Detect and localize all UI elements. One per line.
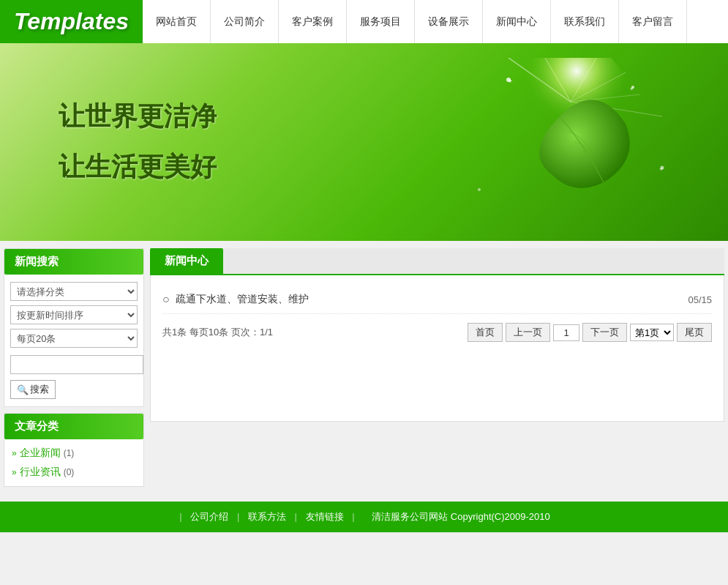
sidebar: 新闻搜索 请选择分类 按更新时间排序 每页20条 🔍 搜索	[4, 248, 144, 487]
footer-copyright: 清洁服务公司网站 Copyright(C)2009-2010	[372, 511, 549, 522]
search-btn-label: 搜索	[30, 383, 49, 396]
pagination-controls: 首页 上一页 1 下一页 第1页 尾页	[468, 323, 712, 342]
search-input-row	[10, 355, 138, 374]
nav-item-cases[interactable]: 客户案例	[279, 0, 347, 43]
category-label-enterprise: 企业新闻	[20, 447, 61, 460]
svg-text:✦: ✦	[658, 165, 664, 173]
article-category-title: 文章分类	[4, 414, 143, 439]
last-page-btn[interactable]: 尾页	[677, 323, 712, 342]
category-item-enterprise[interactable]: » 企业新闻 (1)	[12, 447, 136, 460]
footer-link-contact[interactable]: 联系方法	[248, 511, 286, 522]
category-count-industry: (0)	[64, 467, 75, 477]
sort-select[interactable]: 按更新时间排序	[10, 305, 138, 324]
nav-item-services[interactable]: 服务项目	[347, 0, 415, 43]
banner: 让世界更洁净 让生活更美好	[0, 43, 728, 241]
svg-text:✦: ✦	[507, 77, 513, 85]
footer-sep-1: |	[237, 511, 239, 522]
banner-decoration: ✦ ✦ ✦	[362, 43, 728, 241]
next-page-btn[interactable]: 下一页	[582, 323, 627, 342]
news-item-0: ○ 疏通下水道、管道安装、维护 05/15	[162, 286, 712, 314]
prev-page-btn[interactable]: 上一页	[506, 323, 550, 342]
category-label-industry: 行业资讯	[20, 466, 61, 479]
content-header: 新闻中心	[150, 248, 724, 275]
category-item-industry[interactable]: » 行业资讯 (0)	[12, 466, 136, 479]
nav-item-about[interactable]: 公司简介	[211, 0, 279, 43]
article-category-box: 文章分类 » 企业新闻 (1) » 行业资讯 (0)	[4, 413, 144, 487]
content-body: ○ 疏通下水道、管道安装、维护 05/15 共1条 每页10条 页次：1/1 首…	[150, 275, 724, 422]
category-select[interactable]: 请选择分类	[10, 282, 138, 301]
svg-point-10	[478, 188, 481, 191]
footer-sep-start: |	[179, 511, 181, 522]
search-icon: 🔍	[17, 384, 29, 395]
nav-item-message[interactable]: 客户留言	[619, 0, 687, 43]
nav-item-equipment[interactable]: 设备展示	[415, 0, 483, 43]
current-page-btn[interactable]: 1	[553, 324, 579, 341]
category-count-enterprise: (1)	[64, 448, 75, 458]
banner-text: 让世界更洁净 让生活更美好	[59, 99, 217, 185]
footer-link-friends[interactable]: 友情链接	[306, 511, 344, 522]
logo: Templates	[0, 0, 143, 43]
news-title-0[interactable]: 疏通下水道、管道安装、维护	[176, 293, 309, 306]
search-button[interactable]: 🔍 搜索	[10, 380, 56, 399]
pagination-info: 共1条 每页10条 页次：1/1	[162, 326, 273, 339]
per-page-select[interactable]: 每页20条	[10, 329, 138, 348]
leaf-svg: ✦ ✦ ✦	[450, 58, 669, 234]
footer: | 公司介绍 | 联系方法 | 友情链接 | 清洁服务公司网站 Copyrigh…	[0, 502, 728, 532]
nav-item-contact[interactable]: 联系我们	[551, 0, 619, 43]
news-center-tab[interactable]: 新闻中心	[150, 248, 223, 274]
nav-item-home[interactable]: 网站首页	[143, 0, 211, 43]
search-form: 请选择分类 按更新时间排序 每页20条 🔍 搜索	[4, 275, 143, 406]
nav-item-news[interactable]: 新闻中心	[483, 0, 551, 43]
first-page-btn[interactable]: 首页	[468, 323, 503, 342]
news-bullet-0: ○	[162, 293, 170, 306]
news-search-title: 新闻搜索	[4, 249, 143, 275]
category-list: » 企业新闻 (1) » 行业资讯 (0)	[4, 439, 143, 486]
banner-line1: 让世界更洁净	[59, 99, 217, 135]
footer-sep-3: |	[352, 511, 354, 522]
search-input[interactable]	[10, 355, 143, 374]
header: Templates 网站首页 公司简介 客户案例 服务项目 设备展示 新闻中心 …	[0, 0, 728, 43]
arrow-icon: »	[12, 448, 17, 458]
arrow-icon-2: »	[12, 467, 17, 477]
svg-text:✦: ✦	[629, 86, 634, 92]
banner-line2: 让生活更美好	[59, 149, 217, 185]
main-content: 新闻搜索 请选择分类 按更新时间排序 每页20条 🔍 搜索	[0, 241, 728, 494]
content-area: 新闻中心 ○ 疏通下水道、管道安装、维护 05/15 共1条 每页10条 页次：…	[150, 248, 724, 487]
page-select[interactable]: 第1页	[630, 324, 674, 341]
main-nav: 网站首页 公司简介 客户案例 服务项目 设备展示 新闻中心 联系我们 客户留言	[143, 0, 728, 43]
news-search-box: 新闻搜索 请选择分类 按更新时间排序 每页20条 🔍 搜索	[4, 248, 144, 407]
footer-link-about[interactable]: 公司介绍	[190, 511, 228, 522]
news-item-left-0: ○ 疏通下水道、管道安装、维护	[162, 293, 309, 306]
news-date-0: 05/15	[688, 294, 712, 305]
logo-text: Templates	[14, 8, 129, 35]
pagination-row: 共1条 每页10条 页次：1/1 首页 上一页 1 下一页 第1页 尾页	[162, 314, 712, 345]
footer-sep-2: |	[295, 511, 297, 522]
